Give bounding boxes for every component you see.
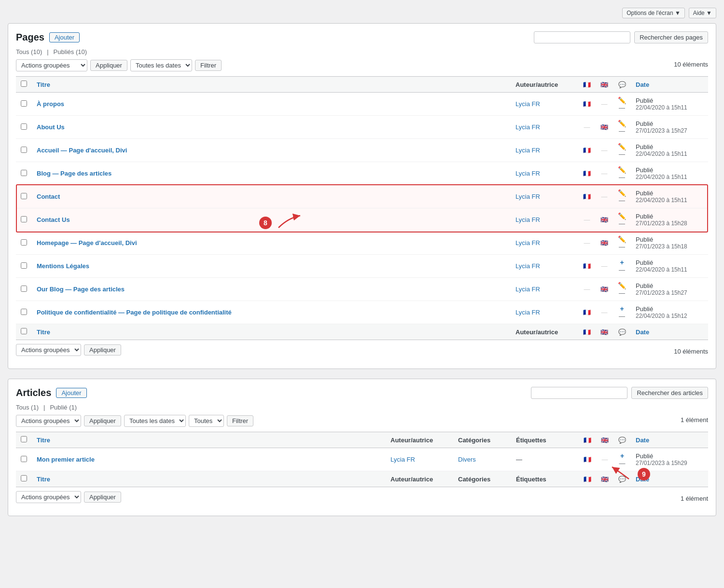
pages-row-flag-fr: 🇫🇷	[578, 255, 596, 278]
articles-select-all-footer-checkbox[interactable]	[21, 475, 27, 481]
pages-row-author-link[interactable]: Lycia FR	[515, 309, 540, 316]
help-button[interactable]: Aide ▼	[689, 8, 716, 18]
pages-add-button[interactable]: Ajouter	[49, 32, 80, 42]
articles-search-button[interactable]: Rechercher des articles	[631, 387, 708, 399]
articles-select-all-checkbox[interactable]	[21, 436, 27, 442]
pages-row-title-link[interactable]: Contact	[37, 193, 60, 200]
articles-row-author-link[interactable]: Lycia FR	[390, 456, 415, 463]
pages-title-footer-sort-link[interactable]: Titre	[37, 328, 50, 336]
pencil-icon[interactable]: ✏️	[618, 212, 626, 220]
pages-row-checkbox[interactable]	[21, 309, 27, 315]
articles-date-sort-link[interactable]: Date	[636, 437, 649, 444]
pages-row-title-link[interactable]: Contact Us	[37, 216, 70, 223]
pages-row-title-link[interactable]: Politique de confidentialité — Page de p…	[37, 309, 232, 316]
pages-row-author-link[interactable]: Lycia FR	[515, 216, 540, 223]
articles-filter-button[interactable]: Filtrer	[227, 415, 253, 426]
pages-date-sort-link[interactable]: Date	[636, 81, 649, 88]
pages-bottom-bulk-select[interactable]: Actions groupées	[16, 344, 81, 356]
pages-all-link[interactable]: Tous (10)	[16, 48, 42, 55]
pencil-icon[interactable]: ✏️	[618, 235, 626, 243]
articles-title-sort-link[interactable]: Titre	[37, 437, 50, 444]
pages-row-status: Publié	[636, 236, 703, 243]
pages-stats-bar: Tous (10) | Publiés (10)	[16, 48, 708, 55]
screen-options-button[interactable]: Options de l'écran ▼	[622, 8, 685, 18]
pages-select-all-checkbox[interactable]	[21, 81, 27, 87]
articles-title-footer-sort-link[interactable]: Titre	[37, 476, 50, 483]
pages-row-title-link[interactable]: Mentions Légales	[37, 262, 89, 270]
pages-date-footer-sort-link[interactable]: Date	[636, 328, 649, 336]
pages-row-author-link[interactable]: Lycia FR	[515, 262, 540, 270]
plus-icon[interactable]: +	[620, 452, 624, 460]
pages-title-sort-link[interactable]: Titre	[37, 81, 50, 88]
articles-bottom-apply-button[interactable]: Appliquer	[84, 492, 121, 503]
pages-row-datetime: 22/04/2020 à 15h11	[636, 150, 703, 157]
pages-table-row: À propos Lycia FR 🇫🇷 — ✏️ — Publié 22/04…	[16, 93, 708, 116]
pages-select-all-footer-checkbox[interactable]	[21, 328, 27, 334]
pages-row-title-link[interactable]: À propos	[37, 100, 64, 108]
pages-row-author-link[interactable]: Lycia FR	[515, 170, 540, 177]
pages-row-checkbox[interactable]	[21, 170, 27, 176]
pages-bottom-apply-button[interactable]: Appliquer	[84, 344, 121, 356]
pages-table-row: Politique de confidentialité — Page de p…	[16, 301, 708, 324]
pencil-icon[interactable]: ✏️	[618, 189, 626, 197]
pages-row-title-link[interactable]: Our Blog — Page des articles	[37, 286, 125, 293]
pages-row-checkbox[interactable]	[21, 239, 27, 246]
pages-row-checkbox[interactable]	[21, 216, 27, 222]
pages-row-author-link[interactable]: Lycia FR	[515, 123, 540, 131]
pages-filter-button[interactable]: Filtrer	[195, 60, 222, 71]
articles-date-filter-select[interactable]: Toutes les dates	[124, 415, 186, 427]
articles-row-status: Publié	[636, 452, 703, 460]
pages-row-author-link[interactable]: Lycia FR	[515, 286, 540, 293]
pages-row-author-link[interactable]: Lycia FR	[515, 193, 540, 200]
articles-published-link[interactable]: Publié (1)	[50, 404, 77, 411]
pages-row-checkbox[interactable]	[21, 123, 27, 130]
pages-row-title-link[interactable]: About Us	[37, 123, 65, 131]
pages-row-author-link[interactable]: Lycia FR	[515, 100, 540, 108]
pencil-icon[interactable]: ✏️	[618, 282, 626, 289]
pencil-icon[interactable]: ✏️	[618, 120, 626, 127]
articles-categories-select[interactable]: Toutes	[189, 415, 224, 427]
pages-row-action: ✏️ —	[613, 278, 631, 301]
pages-row-checkbox[interactable]	[21, 193, 27, 199]
articles-bulk-actions-select[interactable]: Actions groupées	[16, 415, 81, 427]
pages-row-checkbox[interactable]	[21, 286, 27, 292]
articles-all-link[interactable]: Tous (1)	[16, 404, 39, 411]
pages-table-row: Our Blog — Page des articles Lycia FR — …	[16, 278, 708, 301]
pages-date-filter-select[interactable]: Toutes les dates	[130, 59, 192, 71]
pages-bulk-actions-select[interactable]: Actions groupées Modifier Mettre à la co…	[16, 59, 87, 71]
pages-row-datetime: 27/01/2023 à 15h27	[636, 289, 703, 296]
articles-bottom-bulk-select[interactable]: Actions groupées	[16, 491, 81, 503]
pages-row-title-link[interactable]: Accueil — Page d'accueil, Divi	[37, 147, 127, 154]
plus-icon[interactable]: +	[620, 305, 624, 313]
pages-row-checkbox[interactable]	[21, 100, 27, 107]
pages-search-input[interactable]	[534, 31, 630, 43]
pages-footer-comment: 💬	[613, 324, 631, 340]
articles-add-button[interactable]: Ajouter	[56, 388, 86, 398]
pages-row-author-link[interactable]: Lycia FR	[515, 147, 540, 154]
annotation-9-container: 9	[610, 465, 650, 484]
pages-row-checkbox[interactable]	[21, 147, 27, 153]
pages-published-link[interactable]: Publiés (10)	[54, 48, 87, 55]
pencil-icon[interactable]: ✏️	[618, 166, 626, 174]
pages-row-status: Publié	[636, 120, 703, 127]
plus-icon[interactable]: +	[620, 259, 624, 266]
pages-row-checkbox[interactable]	[21, 262, 27, 269]
pages-apply-button[interactable]: Appliquer	[90, 60, 127, 71]
articles-title: Articles	[16, 387, 51, 398]
pages-title-area: Pages Ajouter	[16, 32, 80, 43]
pencil-icon[interactable]: ✏️	[618, 96, 626, 104]
articles-row-category-link[interactable]: Divers	[458, 456, 476, 463]
pages-search-area: Rechercher des pages	[534, 31, 708, 43]
articles-search-input[interactable]	[531, 387, 627, 399]
articles-row-categories: Divers	[453, 448, 511, 471]
pages-row-title-link[interactable]: Blog — Page des articles	[37, 170, 111, 177]
pencil-icon[interactable]: ✏️	[618, 143, 626, 150]
pages-row-author-link[interactable]: Lycia FR	[515, 239, 540, 246]
articles-row-title-link[interactable]: Mon premier article	[37, 456, 95, 463]
pages-row-title-link[interactable]: Homepage — Page d'accueil, Divi	[37, 239, 137, 246]
pages-row-title: À propos	[32, 93, 511, 116]
pages-search-button[interactable]: Rechercher des pages	[634, 31, 708, 43]
articles-apply-button[interactable]: Appliquer	[84, 415, 121, 426]
articles-row-title: Mon premier article	[32, 448, 386, 471]
articles-row-checkbox[interactable]	[21, 456, 27, 462]
